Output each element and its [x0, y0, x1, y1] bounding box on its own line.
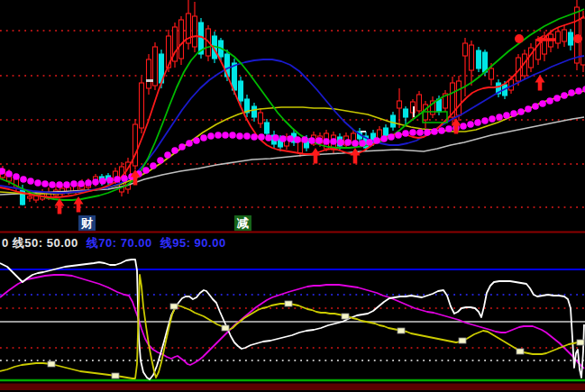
signal-badge-jian: 减: [234, 215, 251, 231]
oscillator-lines: [0, 260, 584, 379]
indicator-line95-value: 线95: 90.00: [160, 236, 226, 250]
indicator-line50-value: 0 线50: 50.00: [2, 236, 78, 250]
signal-badge-cai: 财: [78, 215, 96, 231]
indicator-line70-value: 线70: 70.00: [87, 236, 152, 250]
price-chart-canvas[interactable]: [0, 0, 585, 392]
yellow-square-markers: [48, 301, 584, 378]
stock-chart-screen: 财 减 0 线50: 50.00线70: 70.00线95: 90.00: [0, 0, 585, 392]
indicator-value-row: 0 线50: 50.00线70: 70.00线95: 90.00: [2, 235, 234, 250]
magenta-dot-line: [0, 86, 585, 188]
moving-average-lines: [0, 9, 584, 200]
